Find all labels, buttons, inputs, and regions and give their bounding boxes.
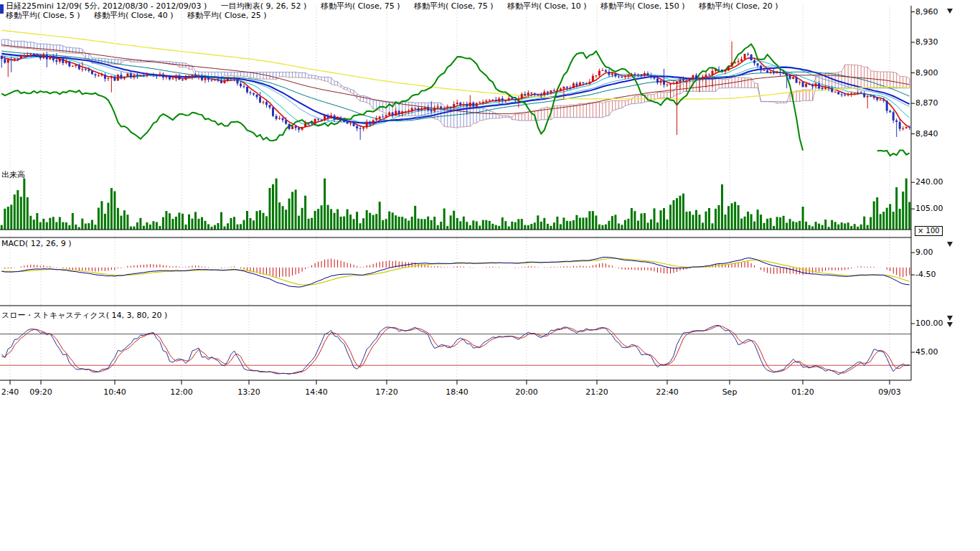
time-label: 12:00 [170, 387, 193, 397]
volume-axis-label: 105.00 [915, 204, 943, 213]
macd-axis-label: 9.00 [915, 248, 933, 257]
time-label: Sep [722, 387, 738, 397]
chart-canvas[interactable] [0, 0, 980, 551]
legend-ma75-b: 移動平均( Close, 75 ) [414, 1, 494, 11]
time-label: 21:20 [585, 387, 608, 397]
chart-header-line2: 移動平均( Close, 5 ) 移動平均( Close, 40 ) 移動平均(… [6, 10, 278, 21]
macd-section-label: MACD( 12, 26, 9 ) [1, 239, 72, 248]
time-label: 2:40 [1, 387, 19, 397]
legend-ma75-a: 移動平均( Close, 75 ) [321, 1, 400, 11]
volume-multiplier-badge: × 100 [915, 226, 943, 236]
time-label: 17:20 [375, 387, 398, 397]
chart-window: 日経225mini 12/09( 5分, 2012/08/30 - 2012/0… [0, 0, 980, 551]
price-axis-label: 8,840 [915, 129, 938, 138]
scroll-down-icon[interactable] [947, 242, 953, 247]
scroll-down-icon[interactable] [947, 316, 953, 321]
scroll-down-icon[interactable] [947, 322, 953, 327]
price-axis-label: 8,900 [915, 68, 938, 77]
macd-axis-label: -4.50 [915, 270, 936, 279]
volume-section-label: 出来高 [1, 169, 25, 180]
legend-ma5: 移動平均( Close, 5 ) [6, 11, 80, 20]
time-label: 01:20 [791, 387, 814, 397]
legend-ma10: 移動平均( Close, 10 ) [507, 1, 587, 11]
volume-axis-label: 240.00 [915, 177, 943, 187]
time-label: 14:40 [305, 387, 328, 397]
time-label: 18:40 [446, 387, 468, 397]
stoch-axis-label: 45.00 [915, 347, 938, 357]
time-label: 22:40 [656, 387, 679, 397]
time-label: 20:00 [515, 387, 538, 397]
legend-ma40: 移動平均( Close, 40 ) [94, 11, 174, 20]
stoch-section-label: スロー・ストキャスティクス( 14, 3, 80, 20 ) [1, 310, 167, 321]
time-label: 09/03 [878, 387, 901, 397]
stoch-axis-label: 100.00 [915, 319, 943, 328]
time-label: 13:20 [237, 387, 260, 397]
price-axis-label: 8,870 [915, 98, 938, 108]
legend-ma25: 移動平均( Close, 25 ) [187, 11, 267, 20]
time-label: 10:40 [103, 387, 126, 397]
scroll-down-icon[interactable] [947, 9, 953, 14]
price-axis-label: 8,960 [915, 7, 938, 17]
caret-mark [0, 4, 4, 14]
legend-ma20: 移動平均( Close, 20 ) [699, 1, 778, 11]
legend-ma150: 移動平均( Close, 150 ) [600, 1, 685, 11]
price-axis-label: 8,930 [915, 37, 938, 47]
time-label: 09:20 [29, 387, 52, 397]
